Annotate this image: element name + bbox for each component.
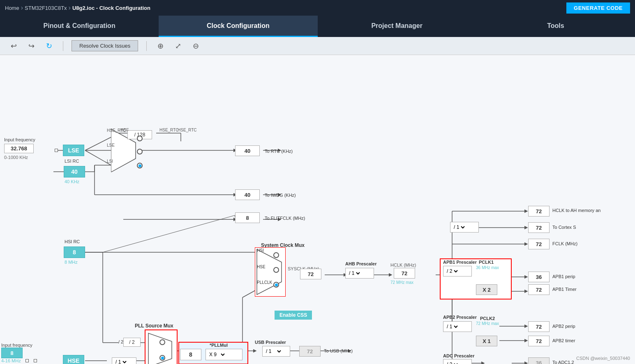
apb1-x2-box: X 2 bbox=[476, 284, 497, 295]
svg-text:HSE_RTC: HSE_RTC bbox=[178, 128, 197, 132]
hse-div1-select[interactable]: / 1 bbox=[112, 357, 136, 364]
adc-div-option[interactable]: / 2 / 4 / 6 / 8 bbox=[445, 361, 459, 364]
usb-div-option[interactable]: / 1 / 1.5 bbox=[264, 348, 282, 355]
to-iwdg-label: To IWDG (KHz) bbox=[265, 193, 296, 198]
hclk-mhz-label: HCLK (MHz) bbox=[390, 263, 416, 267]
apb2-timer-label: APB2 timer bbox=[552, 338, 575, 343]
input-freq-top-range: 0-1000 KHz bbox=[4, 155, 35, 160]
pll-mux-radio-hsi[interactable] bbox=[159, 339, 165, 345]
apb2-div-select[interactable]: / 1 / 2 bbox=[443, 321, 472, 332]
pclk2-label: PCLK2 bbox=[480, 316, 495, 321]
lsi-block[interactable]: 40 bbox=[64, 166, 85, 177]
hclk-to-ah-label: HCLK to AH memory an bbox=[552, 208, 600, 213]
hse-connector-right bbox=[34, 359, 37, 362]
fit-button[interactable]: ⤢ bbox=[173, 40, 184, 52]
apb2-div-option[interactable]: / 1 / 2 bbox=[445, 323, 459, 330]
sysclk-mux-radio-pll[interactable] bbox=[273, 282, 279, 288]
clock-diagram: HSE HSE_RTC bbox=[0, 55, 635, 364]
hsi-rc-label: HSI RC bbox=[65, 239, 80, 244]
usb-div-select[interactable]: / 1 / 1.5 bbox=[262, 346, 290, 357]
ahb-presc-label: AHB Prescaler bbox=[345, 261, 376, 266]
pll-hsi-div2-box[interactable]: / 2 bbox=[123, 338, 141, 347]
pclk1-max-label: 36 MHz max bbox=[476, 265, 499, 270]
undo-button[interactable]: ↩ bbox=[8, 40, 19, 52]
svg-line-19 bbox=[103, 215, 235, 252]
lsi-rc-label: LSI RC bbox=[65, 159, 79, 164]
rtc-mux-radio-hse[interactable] bbox=[137, 136, 143, 141]
cortex-div-select[interactable]: / 1 bbox=[450, 222, 479, 233]
hse-sysclk-label: HSE bbox=[257, 265, 266, 269]
ahb-div-select[interactable]: / 1 / 2 / 4 / 8 bbox=[347, 270, 361, 276]
rtc-mux-radio-lsi[interactable] bbox=[137, 163, 143, 168]
apb1-periph-val: 36 bbox=[528, 272, 550, 282]
enable-css-button[interactable]: Enable CSS bbox=[275, 311, 312, 320]
tab-project[interactable]: Project Manager bbox=[318, 16, 476, 37]
rtc-mux-radio-lse[interactable] bbox=[137, 149, 143, 154]
input-freq-bottom-label: Input frequency bbox=[1, 343, 32, 348]
adc-presc-label: ADC Prescaler bbox=[443, 353, 474, 358]
tab-bar: Pinout & Configuration Clock Configurati… bbox=[0, 16, 635, 37]
to-usb-label: To USB (MHz) bbox=[324, 348, 353, 353]
pll-mul-val-box[interactable]: 8 bbox=[180, 349, 201, 360]
input-freq-top-value[interactable]: 32.768 bbox=[4, 144, 34, 153]
iwdg-value-box[interactable]: 40 bbox=[235, 189, 260, 200]
sysclk-mux-radio-hsi[interactable] bbox=[273, 252, 279, 258]
refresh-button[interactable]: ↻ bbox=[44, 40, 55, 52]
redo-button[interactable]: ↪ bbox=[26, 40, 37, 52]
apb1-div-select[interactable]: / 2 / 1 / 4 bbox=[443, 266, 472, 276]
usb-val-box: 72 bbox=[299, 346, 321, 357]
apb1-div-option[interactable]: / 2 / 1 / 4 bbox=[445, 268, 459, 274]
pclk1-label: PCLK1 bbox=[479, 260, 494, 265]
hse-div1-option[interactable]: / 1 bbox=[114, 359, 128, 364]
breadcrumb-chip[interactable]: STM32F103C8Tx bbox=[25, 5, 67, 11]
rtc-value-box[interactable]: 40 bbox=[235, 145, 260, 156]
to-rtc-label: To RTC (KHz) bbox=[265, 149, 293, 154]
apb2-periph-val: 72 bbox=[528, 321, 550, 332]
hse-connector-left bbox=[25, 359, 29, 362]
breadcrumb-home[interactable]: Home bbox=[5, 5, 19, 11]
hsi-mhz-label: 8 MHz bbox=[65, 260, 78, 265]
lse-connector-sq bbox=[55, 149, 58, 152]
tab-tools[interactable]: Tools bbox=[476, 16, 635, 37]
breadcrumb-file[interactable]: U8g2.ioc - Clock Configuration bbox=[72, 5, 150, 11]
adc-div-select[interactable]: / 2 / 4 / 6 / 8 bbox=[443, 359, 472, 364]
fclk-label: FCLK (MHz) bbox=[552, 241, 577, 246]
sysclk-mux-radio-hse[interactable] bbox=[273, 267, 279, 273]
pll-mul-select[interactable]: X 9 X 2 X 3 X 4 X 6 X 7 X 8 X 10 X 16 bbox=[206, 349, 242, 360]
hsi-sysclk-label: HSI bbox=[257, 248, 264, 253]
pll-mul-label: *PLLMul bbox=[210, 343, 228, 348]
top-nav: Home › STM32F103C8Tx › U8g2.ioc - Clock … bbox=[0, 0, 635, 16]
usb-presc-label: USB Prescaler bbox=[255, 340, 286, 345]
hclk-max-label: 72 MHz max bbox=[390, 280, 413, 285]
cortex-val: 72 bbox=[528, 222, 550, 233]
lse-block[interactable]: LSE bbox=[63, 145, 84, 156]
lse-mux-label: LSE bbox=[107, 143, 115, 147]
input-freq-bottom-value[interactable]: 8 bbox=[1, 348, 23, 358]
hse-mux-label-top: HSE_RTC bbox=[107, 128, 126, 133]
generate-code-button[interactable]: GENERATE CODE bbox=[566, 2, 630, 14]
hsi-block[interactable]: 8 bbox=[64, 247, 85, 258]
pll-mul-option[interactable]: X 9 X 2 X 3 X 4 X 6 X 7 X 8 X 10 X 16 bbox=[208, 351, 226, 358]
apb2-timer-val: 72 bbox=[528, 336, 550, 346]
apb2-x1-box: X 1 bbox=[476, 336, 497, 346]
hse-block[interactable]: HSE bbox=[63, 355, 84, 364]
apb2-presc-label: APB2 Prescaler bbox=[443, 315, 477, 320]
fclk-val: 72 bbox=[528, 239, 550, 249]
tab-pinout[interactable]: Pinout & Configuration bbox=[0, 16, 159, 37]
cortex-div-option[interactable]: / 1 bbox=[452, 224, 466, 230]
hclk-value-box[interactable]: 72 bbox=[394, 268, 415, 279]
hse-rtc-label: HSE_RTC bbox=[159, 128, 179, 132]
sysclk-value-box[interactable]: 72 bbox=[300, 269, 321, 279]
apb1-timer-val: 72 bbox=[528, 284, 550, 295]
flitf-value-box[interactable]: 8 bbox=[235, 212, 260, 223]
resolve-clock-button[interactable]: Resolve Clock Issues bbox=[72, 40, 138, 51]
zoom-in-button[interactable]: ⊕ bbox=[155, 40, 166, 52]
to-flitf-label: To FLITFCLK (MHz) bbox=[265, 216, 305, 221]
ahb-presc-select[interactable]: / 1 / 2 / 4 / 8 bbox=[345, 268, 374, 279]
watermark-text: CSDN @weixin_50037440 bbox=[576, 356, 630, 361]
pll-mux-radio-hse[interactable] bbox=[159, 355, 165, 361]
zoom-out-button[interactable]: ⊖ bbox=[190, 40, 201, 52]
tab-clock[interactable]: Clock Configuration bbox=[159, 16, 317, 37]
lsi-mux-label: LSI bbox=[107, 159, 113, 164]
pclk2-max-label: 72 MHz max bbox=[476, 321, 499, 326]
